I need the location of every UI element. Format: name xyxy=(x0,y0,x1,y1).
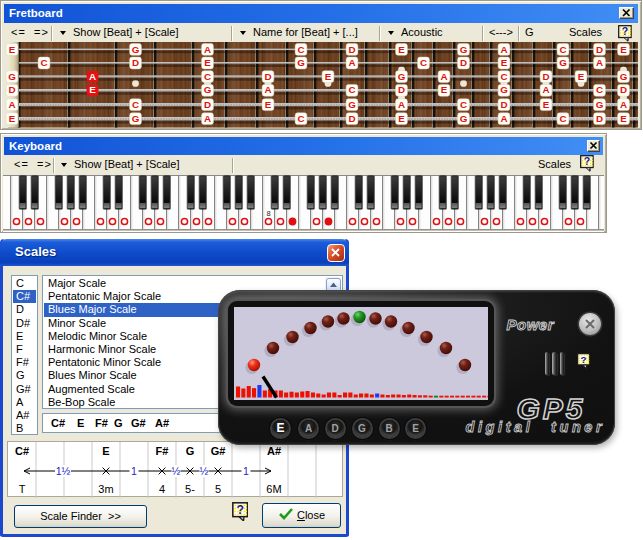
svg-text:?: ? xyxy=(236,503,244,517)
svg-text:E: E xyxy=(9,44,16,55)
svg-text:½: ½ xyxy=(200,465,209,477)
svg-text:D: D xyxy=(500,99,507,110)
svg-text:G: G xyxy=(460,44,468,55)
svg-text:E: E xyxy=(398,44,405,55)
svg-text:G: G xyxy=(398,71,406,82)
svg-text:G: G xyxy=(8,71,16,82)
svg-text:½: ½ xyxy=(172,465,181,477)
svg-text:A: A xyxy=(348,57,355,68)
svg-text:3m: 3m xyxy=(98,483,113,495)
svg-text:G: G xyxy=(620,71,628,82)
svg-text:D: D xyxy=(204,99,211,110)
svg-text:D: D xyxy=(460,57,467,68)
svg-text:?: ? xyxy=(584,155,590,167)
svg-text:?: ? xyxy=(581,354,587,365)
svg-text:C: C xyxy=(500,71,507,82)
svg-text:D: D xyxy=(596,44,603,55)
svg-text:5-: 5- xyxy=(185,483,195,495)
svg-text:D: D xyxy=(620,84,627,95)
svg-text:6M: 6M xyxy=(266,483,281,495)
svg-text:G: G xyxy=(348,99,356,110)
svg-text:E: E xyxy=(9,113,16,124)
svg-text:D: D xyxy=(542,71,549,82)
svg-text:1½: 1½ xyxy=(56,465,71,477)
svg-text:C: C xyxy=(460,99,467,110)
svg-text:F#: F# xyxy=(156,445,169,457)
svg-text:A: A xyxy=(500,113,507,124)
svg-text:A#: A# xyxy=(267,445,281,457)
svg-text:8: 8 xyxy=(266,208,270,217)
svg-text:C: C xyxy=(204,71,211,82)
svg-text:D: D xyxy=(264,71,271,82)
svg-text:C: C xyxy=(420,57,427,68)
svg-text:E: E xyxy=(204,57,211,68)
svg-text:E: E xyxy=(89,84,96,95)
svg-text:G: G xyxy=(297,57,305,68)
svg-text:C: C xyxy=(297,44,304,55)
svg-text:A: A xyxy=(542,84,549,95)
svg-text:E: E xyxy=(620,44,627,55)
svg-text:C#: C# xyxy=(15,445,29,457)
svg-text:4: 4 xyxy=(159,483,165,495)
svg-text:E: E xyxy=(441,84,448,95)
svg-text:G#: G# xyxy=(211,445,226,457)
svg-text:1: 1 xyxy=(131,465,137,477)
svg-text:A: A xyxy=(89,71,96,82)
svg-text:1: 1 xyxy=(243,465,249,477)
svg-text:G: G xyxy=(596,99,604,110)
svg-text:G: G xyxy=(132,113,140,124)
svg-text:C: C xyxy=(559,44,566,55)
svg-text:C: C xyxy=(559,113,566,124)
svg-text:C: C xyxy=(132,99,139,110)
svg-text:G: G xyxy=(132,44,140,55)
svg-text:C: C xyxy=(348,84,355,95)
svg-text:G: G xyxy=(186,445,195,457)
svg-text:E: E xyxy=(578,71,585,82)
svg-text:D: D xyxy=(398,84,405,95)
svg-text:G: G xyxy=(500,84,508,95)
svg-text:A: A xyxy=(204,113,211,124)
svg-text:G: G xyxy=(204,84,212,95)
svg-text:E: E xyxy=(543,99,550,110)
svg-text:D: D xyxy=(8,84,15,95)
svg-text:E: E xyxy=(398,113,405,124)
svg-text:5: 5 xyxy=(215,483,221,495)
svg-text:E: E xyxy=(102,445,109,457)
svg-text:?: ? xyxy=(622,25,628,37)
svg-text:A: A xyxy=(620,99,627,110)
svg-text:E: E xyxy=(265,99,272,110)
svg-text:A: A xyxy=(264,84,271,95)
svg-text:A: A xyxy=(440,71,447,82)
svg-text:C: C xyxy=(596,84,603,95)
svg-text:D: D xyxy=(348,44,355,55)
svg-text:C: C xyxy=(40,57,47,68)
svg-text:A: A xyxy=(398,99,405,110)
svg-text:D: D xyxy=(132,57,139,68)
svg-text:A: A xyxy=(204,44,211,55)
svg-text:D: D xyxy=(348,113,355,124)
svg-text:D: D xyxy=(596,113,603,124)
svg-text:A: A xyxy=(8,99,15,110)
svg-text:A: A xyxy=(596,57,603,68)
svg-text:E: E xyxy=(501,57,508,68)
svg-text:T: T xyxy=(19,483,26,495)
svg-text:A: A xyxy=(500,44,507,55)
svg-text:C: C xyxy=(297,113,304,124)
svg-text:G: G xyxy=(460,113,468,124)
svg-text:G: G xyxy=(559,57,567,68)
svg-text:E: E xyxy=(325,71,332,82)
svg-text:E: E xyxy=(620,113,627,124)
